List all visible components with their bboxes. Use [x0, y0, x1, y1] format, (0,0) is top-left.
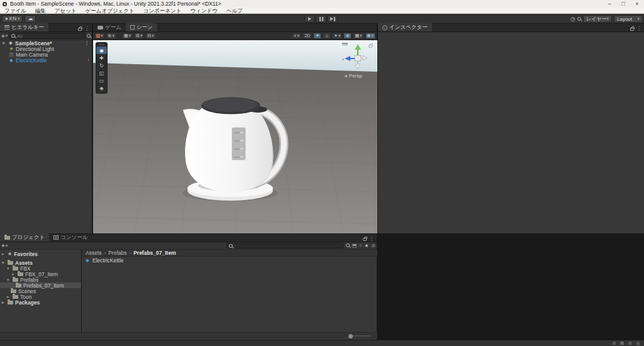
step-button[interactable]	[327, 15, 338, 23]
render-mode-dropdown[interactable]: ◐▾	[292, 33, 301, 39]
foldout-icon[interactable]: ▸	[2, 300, 6, 305]
search-by-import-icon[interactable]: ⬒	[352, 243, 357, 248]
tab-project[interactable]: プロジェクト	[0, 233, 49, 242]
progress-spinner-icon[interactable]: ◎	[636, 340, 640, 346]
hidden-packages-icon[interactable]: ⊘	[371, 243, 375, 248]
scene-viewport[interactable]: ◉ ✚ ↻ ◱ ▭ ◈ x ◄ Persp	[93, 40, 377, 233]
breadcrumb-prefabs[interactable]: Prefabs	[108, 250, 126, 256]
foldout-icon[interactable]: ▸	[12, 272, 16, 277]
prefab-open-arrow[interactable]: ›	[87, 57, 92, 63]
menu-help[interactable]: ヘルプ	[222, 8, 247, 14]
folder-icon	[11, 289, 16, 293]
account-button[interactable]: ● KN ▾	[2, 15, 23, 23]
menu-file[interactable]: ファイル	[0, 8, 31, 14]
foldout-icon[interactable]: ▾	[3, 41, 6, 46]
menu-edit[interactable]: 編集	[31, 8, 50, 14]
kebab-menu-icon[interactable]: ⋮	[369, 236, 374, 242]
close-button[interactable]: ×	[630, 0, 644, 8]
lock-icon[interactable]	[630, 28, 634, 31]
tree-row-favorites[interactable]: ▸ ★ Favorites	[0, 251, 81, 257]
grid-snap-dropdown[interactable]: ▦▾	[122, 33, 133, 39]
kebab-menu-icon[interactable]: ⋮	[84, 40, 92, 46]
snap-settings-dropdown[interactable]: ⊟▾	[145, 33, 155, 39]
folder-icon	[13, 295, 18, 299]
minimize-button[interactable]: –	[602, 0, 616, 8]
scale-tool-button[interactable]: ◱	[96, 69, 107, 77]
tab-console[interactable]: コンソール	[49, 233, 92, 242]
perspective-label[interactable]: ◄ Persp	[343, 73, 362, 79]
scene-view-icon	[130, 25, 135, 30]
view-tool-button[interactable]: ◉	[96, 47, 107, 54]
foldout-icon[interactable]: ▸	[2, 252, 6, 257]
tab-game[interactable]: ゲーム	[93, 23, 126, 31]
lock-icon[interactable]	[78, 28, 82, 31]
tab-scene[interactable]: シーン	[126, 23, 157, 31]
foldout-icon[interactable]: ▸	[7, 294, 11, 299]
asset-row-electrickettle[interactable]: ◆ ElectricKettle	[82, 257, 377, 264]
breadcrumb-current[interactable]: Prefabs_07_Item	[133, 250, 176, 256]
project-panel: プロジェクト コンソール ⋮ +▾ ⬒ ⬨ ★ ⊘ ▸ ★ Favorites	[0, 233, 377, 340]
tree-row-assets[interactable]: ▾ Assets	[0, 260, 81, 265]
orientation-gizmo[interactable]: x ◄ Persp	[342, 42, 372, 81]
project-add-button[interactable]: +▾	[1, 242, 8, 249]
tool-settings-dropdown[interactable]: ▾	[94, 33, 105, 39]
move-tool-button[interactable]: ✚	[96, 54, 107, 62]
slider-knob[interactable]	[348, 334, 353, 338]
rotate-tool-button[interactable]: ↻	[96, 62, 107, 69]
menu-assets[interactable]: アセット	[50, 8, 81, 14]
tree-row-packages[interactable]: ▸ Packages	[0, 299, 81, 305]
audio-toggle[interactable]: ♫	[323, 33, 331, 39]
search-icon[interactable]	[577, 17, 581, 21]
overlay-grip[interactable]	[342, 43, 348, 45]
tree-row-toon[interactable]: ▸ Toon	[0, 294, 81, 299]
grid-visibility-dropdown[interactable]: ▦▾	[353, 33, 364, 39]
lock-icon[interactable]	[363, 238, 367, 241]
tab-inspector[interactable]: i インスペクター	[378, 23, 432, 31]
tree-row-scenes[interactable]: Scenes	[0, 288, 81, 294]
maximize-button[interactable]: □	[616, 0, 630, 8]
undo-history-icon[interactable]: ◷	[570, 16, 575, 22]
menu-gameobject[interactable]: ゲームオブジェクト	[81, 8, 139, 14]
effects-dropdown[interactable]: ✦▾	[332, 33, 342, 39]
cloud-button[interactable]: ☁	[25, 15, 36, 23]
tab-hierarchy[interactable]: ヒエラルキー	[0, 23, 48, 31]
play-button[interactable]	[304, 15, 315, 23]
menu-window[interactable]: ウィンドウ	[186, 8, 222, 14]
layout-dropdown[interactable]: Layout ▾	[614, 15, 643, 23]
lighting-toggle[interactable]: ☀	[313, 33, 321, 39]
hierarchy-search-box[interactable]	[9, 33, 86, 39]
hierarchy-row-electrickettle[interactable]: ◆ ElectricKettle ›	[0, 57, 92, 63]
search-by-type-icon[interactable]	[346, 243, 350, 247]
cache-status-icon[interactable]: ⊘	[628, 340, 632, 346]
project-search-input[interactable]	[233, 243, 341, 248]
hierarchy-search-input[interactable]	[17, 33, 83, 39]
kebab-menu-icon[interactable]: ⋮	[84, 26, 89, 31]
console-message-icon[interactable]: ⊠	[620, 340, 625, 346]
foldout-icon[interactable]: ▾	[2, 260, 6, 265]
pause-button[interactable]	[316, 15, 326, 23]
save-search-star-icon[interactable]: ★	[364, 243, 369, 248]
handle-orientation-dropdown[interactable]: ⊕▾	[106, 33, 116, 39]
menu-component[interactable]: コンポーネント	[139, 8, 186, 14]
increment-snap-dropdown[interactable]: ⊞▾	[134, 33, 144, 39]
label-icon[interactable]: ⬨	[360, 242, 362, 248]
icon-size-slider[interactable]	[350, 335, 371, 337]
lock-icon[interactable]	[369, 45, 372, 48]
hidden-objects-toggle[interactable]: ⊘	[343, 33, 352, 39]
rect-tool-button[interactable]: ▭	[96, 77, 107, 84]
foldout-icon[interactable]: ▾	[7, 277, 11, 282]
tree-row-fbx-07-item[interactable]: ▸ FBX_07_Item	[0, 271, 81, 277]
console-icon	[53, 235, 58, 240]
hierarchy-add-button[interactable]: +▾	[1, 33, 8, 40]
layers-dropdown[interactable]: レイヤー ▾	[583, 15, 612, 23]
scene-camera-dropdown[interactable]: ⊕▾	[365, 33, 375, 39]
notifications-muted-icon[interactable]: ⊘	[612, 340, 616, 346]
project-search-box[interactable]	[226, 243, 343, 248]
breadcrumb-assets[interactable]: Assets	[86, 250, 102, 256]
2d-toggle[interactable]: 2D	[303, 33, 312, 39]
foldout-icon[interactable]: ▾	[7, 266, 11, 271]
transform-tool-button[interactable]: ◈	[96, 84, 107, 92]
search-filter-icon[interactable]	[87, 34, 91, 38]
tree-row-prefabs-07-item[interactable]: Prefabs_07_Item	[0, 282, 81, 288]
kebab-menu-icon[interactable]: ⋮	[636, 26, 641, 31]
